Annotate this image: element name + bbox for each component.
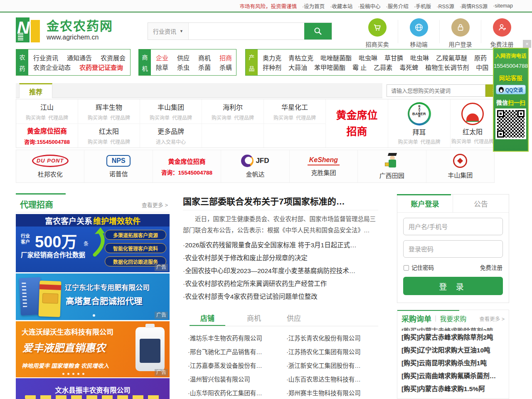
username-field[interactable] (403, 218, 503, 235)
brand-inquiry-link[interactable]: 购买询单 (26, 114, 46, 121)
brand-cell-redsun-logo[interactable]: 红太阳 购买询单代理品牌 (451, 99, 495, 148)
product-link[interactable]: 毒死蜱 (399, 63, 418, 71)
header-search-button[interactable] (304, 23, 332, 39)
store-list-item[interactable]: ·江苏扬农化工集团有限公司 (286, 345, 380, 359)
product-link[interactable]: 青枯立克 (288, 53, 313, 62)
site-logo[interactable]: N 金农农药网 www.agrichem.cn (16, 17, 113, 42)
brand-inquiry-link[interactable]: 购买询单 (451, 138, 471, 145)
topbar-link-submit[interactable]: ·投稿中心 (358, 2, 380, 10)
brand-cell-more[interactable]: 更多品牌 进入交易中心 (140, 123, 202, 148)
topbar-link-sitemap[interactable]: ·sitemap (493, 3, 513, 9)
quick-user-login[interactable]: 用户登录 (441, 18, 480, 48)
product-link[interactable]: 原药 (474, 53, 487, 62)
product-link[interactable]: 中国 (476, 63, 488, 71)
trade-center-link[interactable]: 进入交易中心 (156, 138, 186, 145)
nav-link-supply[interactable]: 供应 (177, 53, 190, 62)
product-link[interactable]: 吡虫啉 (359, 53, 377, 62)
logo-cell-nps[interactable]: NPS 诺普信 (84, 150, 153, 182)
store-list-item[interactable]: ·潍坊乐丰生物农药有限公司 (188, 332, 286, 345)
login-button[interactable]: 登 录 (403, 277, 503, 295)
brand-cell-jiangshan[interactable]: 江山 购买询单代理品牌 (16, 99, 78, 123)
store-list-item[interactable]: ·郑州赛丰生物科技有限公司 (286, 387, 380, 399)
quick-register[interactable]: 免费注册 (482, 18, 522, 48)
brand-cell-bayer[interactable]: BAYER BAYER 拜耳 购买询单代理品牌 (388, 99, 451, 148)
purchase-item[interactable]: [购买]内蒙古赤峰求购除草剂2吨 (401, 331, 505, 344)
purchase-item[interactable]: [购买]云南昆明求购杀虫剂1吨 (401, 357, 505, 369)
nav-link-fungicide[interactable]: 杀菌 (198, 63, 211, 71)
brand-agency-link[interactable]: 代理品牌 (421, 138, 441, 145)
nav-link-enterprise[interactable]: 企业 (156, 53, 168, 62)
tab-supply[interactable]: 供应 (283, 311, 305, 326)
ad-banner-liquid-fertilizer[interactable]: 大连沃绿沃生态科技有限公司 爱丰液肥直销惠农 神地用爱丰 国家增粮食 农民增收入… (16, 321, 170, 377)
search-category-dropdown[interactable]: 行业资讯 ▼ (148, 23, 189, 39)
register-link[interactable]: 免费注册 (480, 263, 502, 271)
store-list-item[interactable]: ·邢台飞驰化工产品销售有… (188, 345, 286, 359)
tab-recommend[interactable]: 推荐 (19, 83, 52, 98)
brand-inquiry-link[interactable]: 购买询单 (150, 114, 170, 121)
ad-banner-crm-software[interactable]: 富农客户关系 维护增效软件 行业 客户 500万 条 厂家经销商合作社数据 多渠… (16, 214, 170, 272)
topbar-link-home[interactable]: ·设为首页 (302, 2, 325, 10)
brand-cell-hailier[interactable]: 海利尔 购买询单代理品牌 (202, 99, 264, 123)
news-item[interactable]: ·农业农村部责令4家农药登记试验问题单位整改 (183, 290, 378, 303)
brand-cell-gold-seat[interactable]: 黄金席位招商 咨询:15545004788 (16, 123, 78, 148)
topbar-link-rss[interactable]: ·RSS源 (436, 2, 454, 10)
brand-cell-fengshan[interactable]: 丰山集团 购买询单代理品牌 (140, 99, 202, 123)
news-item[interactable]: ·农业农村部农药检定所来冀调研农药生产经营工作 (183, 277, 378, 290)
brand-inquiry-link[interactable]: 购买询单 (212, 114, 232, 121)
tab-business[interactable]: 商机 (243, 311, 265, 326)
brand-cell-redsun[interactable]: 红太阳 购买询单代理品牌 (78, 123, 140, 148)
header-search-input[interactable] (189, 23, 304, 39)
brand-agency-link[interactable]: 代理品牌 (110, 114, 130, 121)
store-list-item[interactable]: ·山东百农思达生物科技有… (286, 373, 380, 387)
product-link[interactable]: 大蒜油 (288, 63, 307, 71)
agency-more-link[interactable]: 查看更多 > (142, 201, 168, 209)
nav-link-herbicide[interactable]: 除草 (156, 63, 168, 71)
logo-cell-kesheng[interactable]: KeSheng 克胜集团 (290, 150, 358, 182)
news-headline[interactable]: 国家三部委联合发布关于7项国家标准的… (183, 195, 378, 207)
product-link[interactable]: 苯甲嘧菌酯 (314, 63, 345, 71)
brand-agency-link[interactable]: 代理品牌 (110, 138, 130, 145)
topbar-link-biz-rss[interactable]: ·商情RSS源 (460, 2, 488, 10)
product-link[interactable]: 草甘膦 (384, 53, 403, 62)
brand-inquiry-link[interactable]: 购买询单 (273, 114, 293, 121)
brand-agency-link[interactable]: 代理品牌 (474, 138, 494, 145)
brand-agency-link[interactable]: 代理品牌 (172, 114, 192, 121)
password-field[interactable] (403, 240, 503, 258)
nav-link-registration-query[interactable]: 农药登记证查询 (79, 63, 123, 71)
purchase-item[interactable]: [购买]内蒙古赤峰求购1.5%阿 (401, 382, 505, 395)
product-link[interactable]: 吡唑醚菌酯 (320, 53, 352, 62)
brand-inquiry-link[interactable]: 购买询单 (88, 114, 108, 121)
store-list-item[interactable]: ·江苏长青农化股份有限公司 (286, 332, 380, 345)
product-link[interactable]: 霉 止 (352, 63, 367, 71)
nav-link-acaricide[interactable]: 杀螨 (219, 63, 232, 71)
tab-want-to-buy[interactable]: 我要求购 (440, 313, 466, 323)
purchase-more-link[interactable]: 查看更多 > (479, 315, 505, 323)
purchase-item[interactable]: [购买]云南曲靖求购氟磷杀菌剂… (401, 369, 505, 382)
ad-banner-fertilizer[interactable]: 辽宁东北丰专用肥有限公司 高塔复合肥诚招代理 广告 (16, 273, 170, 320)
ad-banner-zhenfeng[interactable]: 文水县振丰农资有限公司 (16, 378, 170, 399)
quick-merchant-trade[interactable]: 招商买卖 (357, 18, 397, 48)
brand-agency-link[interactable]: 代理品牌 (234, 114, 254, 121)
topbar-link-mobile[interactable]: ·手机版 (414, 2, 431, 10)
keyword-search-input[interactable] (387, 84, 485, 97)
store-list-item[interactable]: ·温州智兴包装有限公司 (188, 373, 286, 387)
nav-link-expo[interactable]: 农资展会 (101, 53, 126, 62)
news-item[interactable]: ·2026版农药残留限量食品安全国家标准 将于3月1日起正式… (183, 239, 378, 251)
panel-close-button[interactable]: × (523, 40, 531, 48)
brand-inquiry-link[interactable]: 购买询单 (398, 138, 418, 145)
nav-link-notices[interactable]: 通知通告 (67, 53, 92, 62)
brand-agency-link[interactable]: 代理品牌 (296, 114, 316, 121)
brand-cell-huaxing[interactable]: 华星化工 购买询单代理品牌 (264, 99, 326, 123)
brand-cell-huifeng[interactable]: 辉丰生物 购买询单代理品牌 (78, 99, 140, 123)
topbar-link-services[interactable]: ·服务介绍 (386, 2, 408, 10)
brand-agency-link[interactable]: 代理品牌 (48, 114, 68, 121)
qq-chat-button[interactable]: QQ交谈 (496, 85, 526, 94)
tab-purchase-inquiries[interactable]: 采购询单 (401, 313, 431, 324)
tab-stores[interactable]: 店铺 (190, 311, 225, 326)
store-list-item[interactable]: ·山东华阳农药化工集团有… (188, 387, 286, 399)
logo-cell-fengshan[interactable]: 丰山集团 (426, 150, 494, 182)
tab-announcements[interactable]: 公告 (453, 195, 509, 212)
product-link[interactable]: 乙羧氟草醚 (436, 53, 467, 62)
nav-link-investment[interactable]: 招商 (219, 53, 232, 62)
store-list-item[interactable]: ·浙江新安化工集团股份有… (286, 359, 380, 373)
